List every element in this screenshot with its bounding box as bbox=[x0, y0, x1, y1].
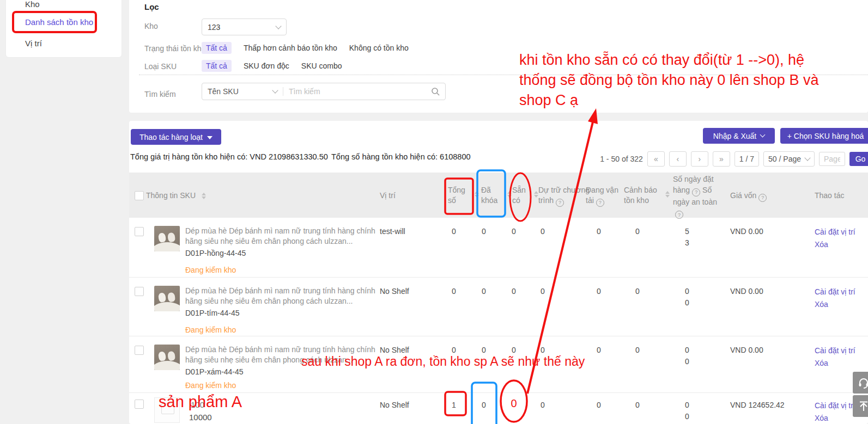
product-info: Dép mùa hè Dép bánh mì nam nữ trung tính… bbox=[185, 226, 388, 274]
help-icon[interactable]: ? bbox=[556, 199, 564, 207]
cell-locked: 0 bbox=[473, 345, 495, 356]
sku-type-option-single[interactable]: SKU đơn độc bbox=[244, 62, 289, 70]
product-info: Dép mùa hè Dép bánh mì nam nữ trung tính… bbox=[185, 345, 388, 390]
set-location-link[interactable]: Cài đặt vị trí bbox=[815, 286, 855, 298]
choose-sku-button[interactable]: + Chọn SKU hàng hoá bbox=[780, 128, 868, 144]
status-option-no-stock[interactable]: Không có tồn kho bbox=[349, 44, 409, 52]
status-option-all[interactable]: Tất cả bbox=[202, 42, 232, 54]
last-page-button[interactable]: » bbox=[713, 151, 730, 167]
col-available: Sẵn có bbox=[512, 185, 531, 206]
row-checkbox[interactable] bbox=[135, 227, 144, 236]
product-sku: 10000 bbox=[189, 413, 212, 422]
warehouse-filter-label: Kho bbox=[144, 22, 158, 30]
delete-link[interactable]: Xóa bbox=[815, 357, 855, 370]
product-status: Đang kiểm kho bbox=[185, 325, 388, 334]
order-days-value: 0 bbox=[685, 286, 689, 297]
back-to-top-button[interactable] bbox=[853, 395, 868, 417]
sort-icon[interactable] bbox=[507, 191, 512, 198]
set-location-link[interactable]: Cài đặt vị trí bbox=[815, 400, 855, 412]
product-name: 100 bbox=[191, 400, 204, 409]
cell-available: 0 bbox=[503, 398, 525, 408]
cell-available: 0 bbox=[503, 286, 525, 297]
table-row: Dép mùa hè Dép bánh mì nam nữ trung tính… bbox=[129, 218, 868, 278]
delete-link[interactable]: Xóa bbox=[815, 298, 855, 311]
pagination: 1 - 50 of 322 « ‹ › » 1 / 7 50 / Page Go bbox=[600, 151, 868, 167]
import-export-button[interactable]: Nhập & Xuất bbox=[703, 128, 775, 144]
help-icon[interactable]: ? bbox=[596, 199, 604, 207]
table-row: 100 10000 No Shelf 1 0 0 0 0 0 0 0 VND 1… bbox=[129, 393, 868, 424]
cell-reserved: 0 bbox=[538, 226, 562, 237]
prev-page-button[interactable]: ‹ bbox=[669, 151, 687, 167]
col-cost-label: Giá vốn bbox=[730, 191, 756, 200]
sort-icon[interactable] bbox=[202, 193, 206, 199]
first-page-button[interactable]: « bbox=[647, 151, 665, 167]
go-button[interactable]: Go bbox=[849, 152, 868, 166]
sidebar-item-vi-tri[interactable]: Vị trí bbox=[25, 39, 42, 48]
bulk-actions-button[interactable]: Thao tác hàng loạt bbox=[131, 129, 221, 145]
product-sku: D01P-xám-44-45 bbox=[185, 367, 388, 376]
product-image-placeholder bbox=[154, 397, 180, 423]
chevron-down-icon bbox=[275, 23, 281, 29]
cell-cost: VND 0.00 bbox=[730, 226, 763, 237]
cell-actions: Cài đặt vị trí Xóa bbox=[815, 286, 855, 311]
product-image bbox=[154, 286, 180, 311]
product-status: Đang kiểm kho bbox=[185, 381, 388, 390]
arrow-up-icon bbox=[858, 400, 868, 412]
search-input[interactable] bbox=[283, 87, 426, 96]
product-sku: D01P-tím-44-45 bbox=[185, 309, 388, 317]
order-days-value: 0 bbox=[685, 400, 689, 411]
sidebar-item-danh-sach-ton-kho[interactable]: Danh sách tồn kho bbox=[25, 17, 93, 27]
page-size-value: 50 / Page bbox=[768, 155, 801, 163]
help-icon[interactable]: ? bbox=[758, 194, 767, 202]
row-checkbox[interactable] bbox=[135, 346, 144, 355]
help-icon[interactable]: ? bbox=[692, 188, 700, 196]
cell-days: 0 0 bbox=[685, 400, 689, 422]
cell-total: 1 bbox=[443, 400, 465, 411]
page-size-select[interactable]: 50 / Page bbox=[763, 151, 815, 167]
sidebar-item-kho[interactable]: Kho bbox=[25, 0, 40, 9]
select-all-checkbox[interactable] bbox=[135, 191, 144, 200]
row-checkbox[interactable] bbox=[135, 400, 144, 409]
sku-type-filter-label: Loại SKU bbox=[144, 62, 177, 71]
col-reserved-label: Dự trữ chương trình bbox=[538, 186, 590, 205]
warehouse-select[interactable]: 123 bbox=[202, 19, 287, 35]
col-sku-info[interactable]: Thông tin SKU bbox=[146, 191, 206, 201]
row-checkbox[interactable] bbox=[135, 287, 144, 296]
cell-location: No Shelf bbox=[380, 286, 409, 297]
col-locked: Đã khóa bbox=[481, 185, 505, 206]
cell-location: test-will bbox=[380, 226, 405, 237]
sku-type-option-combo[interactable]: SKU combo bbox=[301, 62, 342, 70]
cell-cost: VND 124652.42 bbox=[730, 400, 785, 411]
status-option-below-alert[interactable]: Thấp hơn cảnh báo tồn kho bbox=[244, 44, 337, 52]
delete-link[interactable]: Xóa bbox=[815, 238, 855, 251]
cell-in-transit: 0 bbox=[588, 286, 610, 297]
col-location: Vị trí bbox=[380, 191, 396, 201]
total-value-text: Tổng giá trị hàng tồn kho hiện có: VND 2… bbox=[130, 152, 328, 161]
next-page-button[interactable]: › bbox=[691, 151, 708, 167]
cell-locked: 0 bbox=[473, 400, 495, 411]
sort-icon[interactable] bbox=[665, 191, 670, 198]
set-location-link[interactable]: Cài đặt vị trí bbox=[815, 345, 855, 357]
cell-days: 0 0 bbox=[685, 286, 689, 309]
sort-icon[interactable] bbox=[475, 191, 479, 198]
sku-type-option-all[interactable]: Tất cả bbox=[202, 60, 232, 72]
page-indicator: 1 / 7 bbox=[735, 151, 759, 167]
cell-locked: 0 bbox=[473, 286, 495, 297]
cell-location: No Shelf bbox=[380, 345, 409, 356]
cell-actions: Cài đặt vị trí Xóa bbox=[815, 345, 855, 370]
divider bbox=[139, 75, 868, 75]
support-button[interactable] bbox=[853, 372, 868, 394]
delete-link[interactable]: Xóa bbox=[815, 412, 855, 424]
cell-days: 5 3 bbox=[685, 226, 689, 249]
search-icon[interactable] bbox=[431, 87, 440, 96]
search-type-select[interactable]: Tên SKU bbox=[202, 87, 283, 96]
cell-total: 0 bbox=[443, 345, 465, 356]
product-description: Dép mùa hè Dép bánh mì nam nữ trung tính… bbox=[185, 226, 388, 247]
sort-icon[interactable] bbox=[534, 191, 538, 198]
cell-actions: Cài đặt vị trí Xóa bbox=[815, 400, 855, 424]
order-days-value: 5 bbox=[685, 226, 689, 237]
product-info: Dép mùa hè Dép bánh mì nam nữ trung tính… bbox=[185, 286, 388, 334]
cell-reserved: 0 bbox=[538, 286, 562, 297]
set-location-link[interactable]: Cài đặt vị trí bbox=[815, 226, 855, 238]
page-jump-input[interactable] bbox=[819, 152, 845, 166]
